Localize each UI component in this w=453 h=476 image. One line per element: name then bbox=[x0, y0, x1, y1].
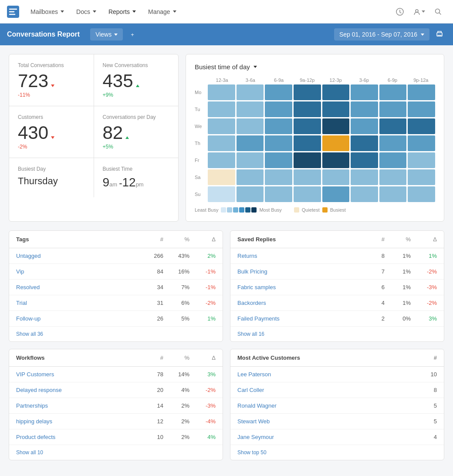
table-cell-name[interactable]: Partnerships bbox=[16, 402, 137, 409]
heatmap-cell[interactable] bbox=[351, 135, 378, 151]
heatmap-cell[interactable] bbox=[208, 84, 235, 100]
heatmap-title[interactable]: Busiest time of day bbox=[195, 63, 435, 71]
heatmap-cell[interactable] bbox=[379, 152, 407, 168]
table-cell-name[interactable]: Backorders bbox=[237, 300, 358, 306]
nav-docs[interactable]: Docs bbox=[72, 6, 101, 18]
heatmap-cell[interactable] bbox=[208, 118, 235, 134]
heatmap-cell[interactable] bbox=[379, 169, 407, 185]
heatmap-cell[interactable] bbox=[322, 118, 350, 134]
table-cell-name[interactable]: Follow-up bbox=[16, 315, 137, 322]
saved-replies-show-all[interactable]: Show all 16 bbox=[230, 326, 444, 341]
table-cell-name[interactable]: Product defects bbox=[16, 434, 137, 440]
heatmap-cell[interactable] bbox=[237, 135, 264, 151]
table-cell-name[interactable]: Trial bbox=[16, 300, 137, 306]
heatmap-cell[interactable] bbox=[294, 169, 321, 185]
heatmap-cell[interactable] bbox=[237, 186, 264, 202]
heatmap-cell[interactable] bbox=[294, 101, 321, 117]
heatmap-cell[interactable] bbox=[408, 152, 435, 168]
heatmap-cell[interactable] bbox=[408, 169, 435, 185]
heatmap-cell[interactable] bbox=[408, 101, 435, 117]
heatmap-cell[interactable] bbox=[322, 101, 350, 117]
heatmap-cell[interactable] bbox=[208, 135, 235, 151]
heatmap-cell[interactable] bbox=[322, 84, 350, 100]
customers-show-all[interactable]: Show top 50 bbox=[230, 445, 444, 460]
heatmap-cell[interactable] bbox=[265, 101, 292, 117]
heatmap-cell[interactable] bbox=[237, 118, 264, 134]
print-button[interactable] bbox=[433, 27, 446, 42]
heatmap-cell[interactable] bbox=[379, 118, 407, 134]
heatmap-cell[interactable] bbox=[208, 169, 235, 185]
table-cell-delta: -2% bbox=[189, 387, 216, 393]
heatmap-cell[interactable] bbox=[265, 118, 292, 134]
nav-reports[interactable]: Reports bbox=[104, 6, 140, 18]
heatmap-cell[interactable] bbox=[237, 84, 264, 100]
views-button[interactable]: Views bbox=[90, 28, 123, 41]
table-cell-name[interactable]: hipping delays bbox=[16, 418, 137, 425]
heatmap-cell[interactable] bbox=[351, 186, 378, 202]
add-view-button[interactable]: + bbox=[126, 29, 139, 41]
heatmap-cell[interactable] bbox=[408, 135, 435, 151]
heatmap-cell[interactable] bbox=[379, 101, 407, 117]
heatmap-cell[interactable] bbox=[322, 186, 350, 202]
heatmap-cell[interactable] bbox=[265, 152, 292, 168]
heatmap-cell[interactable] bbox=[351, 152, 378, 168]
heatmap-cell[interactable] bbox=[237, 152, 264, 168]
account-button[interactable] bbox=[411, 4, 427, 20]
heatmap-cell[interactable] bbox=[379, 186, 407, 202]
table-cell-name[interactable]: Vip bbox=[16, 268, 137, 275]
table-cell-name[interactable]: Failed Payments bbox=[237, 315, 358, 322]
table-cell-name[interactable]: Untagged bbox=[16, 253, 137, 259]
date-range-picker[interactable]: Sep 01, 2016 - Sep 07, 2016 bbox=[334, 28, 429, 41]
search-button[interactable] bbox=[430, 4, 446, 20]
heatmap-cell[interactable] bbox=[294, 152, 321, 168]
heatmap-cell[interactable] bbox=[265, 169, 292, 185]
page-title: Conversations Report bbox=[7, 30, 80, 38]
table-cell-name[interactable]: VIP Customers bbox=[16, 371, 137, 378]
customer-name[interactable]: Ronald Wagner bbox=[237, 402, 411, 409]
heatmap-cell[interactable] bbox=[408, 84, 435, 100]
table-cell-name[interactable]: Bulk Pricing bbox=[237, 268, 358, 275]
heatmap-cell[interactable] bbox=[265, 135, 292, 151]
workflows-show-all[interactable]: Show all 10 bbox=[9, 445, 223, 460]
tags-show-all[interactable]: Show all 36 bbox=[9, 326, 223, 341]
heatmap-cell[interactable] bbox=[294, 186, 321, 202]
customer-name[interactable]: Lee Paterson bbox=[237, 371, 411, 378]
table-cell-name[interactable]: Returns bbox=[237, 253, 358, 259]
heatmap-card: Busiest time of day 12-3a3-6a6-9a9a-12p1… bbox=[186, 54, 444, 222]
table-cell-name[interactable]: Fabric samples bbox=[237, 284, 358, 290]
heatmap-cell[interactable] bbox=[294, 135, 321, 151]
table-cell-count: 34 bbox=[137, 284, 163, 290]
top-nav: Mailboxes Docs Reports Manage bbox=[0, 0, 453, 24]
heatmap-cell[interactable] bbox=[208, 186, 235, 202]
heatmap-cell[interactable] bbox=[351, 84, 378, 100]
heatmap-cell[interactable] bbox=[294, 118, 321, 134]
table-cell-name[interactable]: Delayed response bbox=[16, 387, 137, 393]
heatmap-cell[interactable] bbox=[265, 186, 292, 202]
heatmap-cell[interactable] bbox=[408, 186, 435, 202]
heatmap-cell[interactable] bbox=[408, 118, 435, 134]
heatmap-cell[interactable] bbox=[379, 84, 407, 100]
heatmap-cell[interactable] bbox=[237, 101, 264, 117]
table-cell-name[interactable]: Resolved bbox=[16, 284, 137, 290]
table-cell-count: 20 bbox=[137, 387, 163, 393]
heatmap-cell[interactable] bbox=[322, 152, 350, 168]
heatmap-cell[interactable] bbox=[294, 84, 321, 100]
nav-mailboxes[interactable]: Mailboxes bbox=[26, 6, 68, 18]
heatmap-cell[interactable] bbox=[265, 84, 292, 100]
heatmap-cell[interactable] bbox=[208, 152, 235, 168]
customer-name[interactable]: Stewart Web bbox=[237, 418, 411, 425]
customer-name[interactable]: Jane Seymour bbox=[237, 434, 411, 440]
notifications-button[interactable] bbox=[392, 4, 408, 20]
heatmap-cell[interactable] bbox=[237, 169, 264, 185]
logo[interactable] bbox=[7, 6, 19, 18]
heatmap-cell[interactable] bbox=[322, 135, 350, 151]
heatmap-cell[interactable] bbox=[208, 101, 235, 117]
heatmap-cell[interactable] bbox=[351, 118, 378, 134]
heatmap-cell[interactable] bbox=[351, 169, 378, 185]
customer-name[interactable]: Carl Coller bbox=[237, 387, 411, 393]
heatmap-cell[interactable] bbox=[351, 101, 378, 117]
heatmap-cell[interactable] bbox=[379, 135, 407, 151]
nav-manage[interactable]: Manage bbox=[144, 6, 181, 18]
heatmap-cell[interactable] bbox=[322, 169, 350, 185]
tables-row-1: Tags # % Δ Untagged26643%2%Vip8416%-1%Re… bbox=[9, 230, 444, 342]
